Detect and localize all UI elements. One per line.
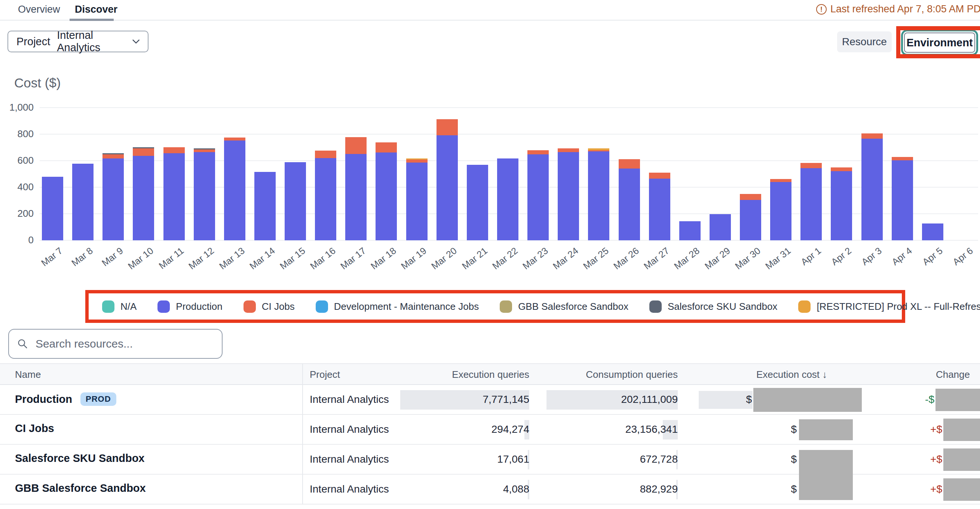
legend-item-production[interactable]: Production [158,300,222,313]
bar-mar-8[interactable] [68,164,98,240]
bar-mar-28[interactable] [675,221,705,240]
bar-segment-production[interactable] [102,159,124,240]
bar-segment-ci-jobs[interactable] [133,148,154,156]
bar-segment-ci-jobs[interactable] [649,173,670,179]
bar-segment-production[interactable] [831,171,852,240]
bar-segment-production[interactable] [861,139,883,240]
bar-segment-ci-jobs[interactable] [831,167,852,171]
legend-item-ci-jobs[interactable]: CI Jobs [243,300,295,313]
bar-segment-ci-jobs[interactable] [345,137,367,154]
legend-item-gbb-salesforce-sandbox[interactable]: GBB Salesforce Sandbox [500,300,628,313]
bar-segment-ci-jobs[interactable] [619,159,640,168]
bar-segment-ci-jobs[interactable] [194,149,215,152]
tab-overview[interactable]: Overview [18,4,60,15]
bar-segment-production[interactable] [770,182,791,240]
bar-mar-21[interactable] [462,165,493,240]
bar-segment-ci-jobs[interactable] [800,163,822,168]
bar-mar-19[interactable] [402,159,432,240]
bar-segment-production[interactable] [315,158,336,240]
bar-segment-production[interactable] [800,168,822,240]
bar-segment-production[interactable] [649,179,670,240]
bar-mar-11[interactable] [159,147,189,240]
bar-segment-production[interactable] [497,159,519,240]
bar-mar-12[interactable] [189,148,220,240]
bar-segment-production[interactable] [406,163,428,240]
col-header-execution-cost[interactable]: Execution cost ↓ [756,369,827,381]
bar-apr-1[interactable] [796,163,826,240]
bar-mar-31[interactable] [766,179,796,240]
bar-segment-production[interactable] [224,141,245,240]
bar-segment-ci-jobs[interactable] [102,154,124,159]
bar-segment-production[interactable] [922,224,943,240]
bar-mar-22[interactable] [493,159,523,240]
bar-mar-16[interactable] [310,151,341,240]
bar-mar-23[interactable] [523,150,553,240]
bar-segment-production[interactable] [436,135,458,240]
bar-apr-2[interactable] [826,167,857,240]
col-header-name[interactable]: Name [15,369,41,381]
bar-mar-20[interactable] [432,119,462,240]
bar-segment-ci-jobs[interactable] [558,148,579,152]
bar-mar-10[interactable] [128,147,159,240]
bar-mar-26[interactable] [614,159,644,240]
bar-segment-ci-jobs[interactable] [861,133,883,139]
bar-segment-production[interactable] [72,164,94,240]
bar-segment-production[interactable] [588,151,609,240]
bar-mar-24[interactable] [553,148,584,240]
bar-apr-4[interactable] [887,157,918,240]
bar-segment-ci-jobs[interactable] [436,119,458,135]
bar-segment-production[interactable] [619,168,640,240]
bar-segment-ci-jobs[interactable] [527,150,549,154]
bar-mar-7[interactable] [37,177,68,240]
legend-item--restricted-prod-xl-full-refresh-jobs[interactable]: [RESTRICTED] Prod XL -- Full-Refresh job… [798,300,980,313]
table-row-ci-jobs[interactable]: CI JobsInternal Analytics294,27423,156,3… [0,415,980,445]
legend-item-salesforce-sku-sandbox[interactable]: Salesforce SKU Sandbox [649,300,777,313]
bar-segment-production[interactable] [345,154,367,240]
table-row-production[interactable]: ProductionPRODInternal Analytics7,771,14… [0,385,980,415]
bar-segment-ci-jobs[interactable] [164,147,185,153]
legend-item-development-maintenance-jobs[interactable]: Development - Maintenance Jobs [316,300,479,313]
col-header-change[interactable]: Change [936,369,970,381]
bar-apr-3[interactable] [857,133,887,240]
bar-segment-production[interactable] [375,152,397,240]
bar-mar-18[interactable] [371,143,401,240]
bar-segment-ci-jobs[interactable] [315,151,336,158]
tab-discover[interactable]: Discover [75,4,118,15]
bar-mar-30[interactable] [735,194,766,240]
bar-segment-production[interactable] [892,160,913,240]
bar-segment-production[interactable] [164,153,185,240]
bar-segment-ci-jobs[interactable] [406,160,428,163]
bar-mar-27[interactable] [644,173,675,240]
project-filter-dropdown[interactable]: Project Internal Analytics [8,31,148,52]
col-header-consumption-queries[interactable]: Consumption queries [586,369,678,381]
bar-segment-production[interactable] [679,221,701,240]
legend-item-n-a[interactable]: N/A [102,300,137,313]
bar-segment-production[interactable] [710,214,731,240]
bar-segment-production[interactable] [467,165,488,240]
toggle-resource-button[interactable]: Resource [837,32,892,52]
bar-segment-production[interactable] [558,152,579,240]
bar-mar-15[interactable] [280,162,310,240]
bar-mar-17[interactable] [341,137,371,240]
bar-segment-production[interactable] [255,172,276,240]
table-row-salesforce-sku-sandbox[interactable]: Salesforce SKU SandboxInternal Analytics… [0,445,980,475]
bar-mar-9[interactable] [98,153,128,240]
bar-mar-13[interactable] [220,138,250,240]
bar-mar-14[interactable] [250,172,280,240]
bar-segment-production[interactable] [527,154,549,240]
bar-segment-ci-jobs[interactable] [224,138,245,141]
search-input[interactable] [35,337,213,350]
bar-segment-ci-jobs[interactable] [740,194,761,200]
bar-segment-production[interactable] [285,162,306,240]
bar-segment-ci-jobs[interactable] [375,143,397,152]
bar-segment-production[interactable] [194,152,215,240]
bar-segment-ci-jobs[interactable] [770,179,791,182]
col-header-project[interactable]: Project [310,369,340,381]
bar-segment-production[interactable] [740,200,761,240]
bar-segment-production[interactable] [42,177,63,240]
bar-mar-29[interactable] [705,214,735,240]
bar-mar-25[interactable] [584,148,614,240]
col-header-execution-queries[interactable]: Execution queries [452,369,529,381]
bar-segment-ci-jobs[interactable] [892,157,913,160]
bar-apr-5[interactable] [918,224,948,240]
